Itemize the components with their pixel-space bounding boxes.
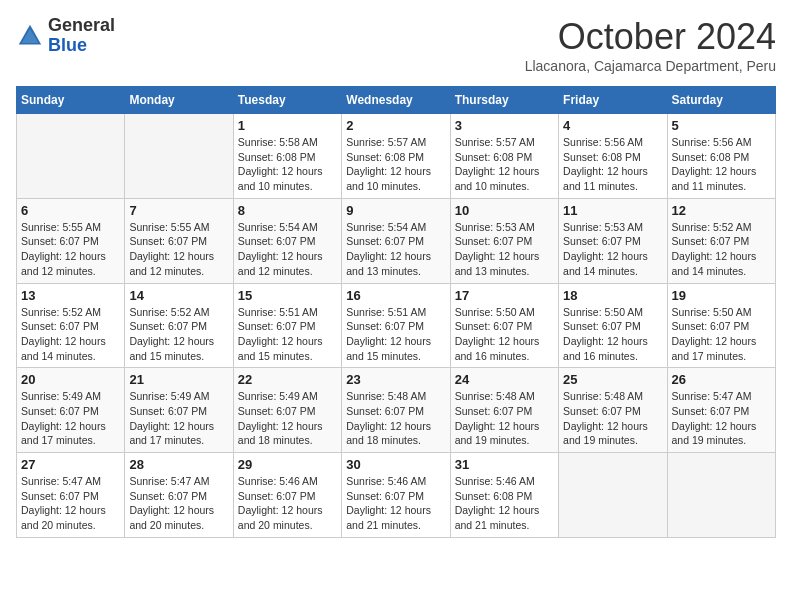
weekday-header-thursday: Thursday	[450, 87, 558, 114]
day-number: 7	[129, 203, 228, 218]
day-info: Sunrise: 5:46 AM Sunset: 6:08 PM Dayligh…	[455, 474, 554, 533]
weekday-header-monday: Monday	[125, 87, 233, 114]
day-number: 3	[455, 118, 554, 133]
day-number: 15	[238, 288, 337, 303]
day-number: 23	[346, 372, 445, 387]
day-number: 24	[455, 372, 554, 387]
day-number: 12	[672, 203, 771, 218]
day-info: Sunrise: 5:52 AM Sunset: 6:07 PM Dayligh…	[21, 305, 120, 364]
calendar-cell	[559, 453, 667, 538]
day-info: Sunrise: 5:56 AM Sunset: 6:08 PM Dayligh…	[672, 135, 771, 194]
day-info: Sunrise: 5:55 AM Sunset: 6:07 PM Dayligh…	[21, 220, 120, 279]
calendar-cell: 16Sunrise: 5:51 AM Sunset: 6:07 PM Dayli…	[342, 283, 450, 368]
calendar-cell: 9Sunrise: 5:54 AM Sunset: 6:07 PM Daylig…	[342, 198, 450, 283]
day-number: 10	[455, 203, 554, 218]
day-number: 26	[672, 372, 771, 387]
month-title: October 2024	[525, 16, 776, 58]
calendar-table: SundayMondayTuesdayWednesdayThursdayFrid…	[16, 86, 776, 538]
calendar-week-row: 20Sunrise: 5:49 AM Sunset: 6:07 PM Dayli…	[17, 368, 776, 453]
logo-blue-text: Blue	[48, 35, 87, 55]
calendar-cell: 29Sunrise: 5:46 AM Sunset: 6:07 PM Dayli…	[233, 453, 341, 538]
day-info: Sunrise: 5:54 AM Sunset: 6:07 PM Dayligh…	[238, 220, 337, 279]
calendar-cell: 14Sunrise: 5:52 AM Sunset: 6:07 PM Dayli…	[125, 283, 233, 368]
day-info: Sunrise: 5:50 AM Sunset: 6:07 PM Dayligh…	[563, 305, 662, 364]
calendar-cell: 26Sunrise: 5:47 AM Sunset: 6:07 PM Dayli…	[667, 368, 775, 453]
day-number: 13	[21, 288, 120, 303]
calendar-week-row: 13Sunrise: 5:52 AM Sunset: 6:07 PM Dayli…	[17, 283, 776, 368]
calendar-cell: 1Sunrise: 5:58 AM Sunset: 6:08 PM Daylig…	[233, 114, 341, 199]
day-number: 5	[672, 118, 771, 133]
weekday-header-tuesday: Tuesday	[233, 87, 341, 114]
day-info: Sunrise: 5:52 AM Sunset: 6:07 PM Dayligh…	[129, 305, 228, 364]
day-number: 17	[455, 288, 554, 303]
weekday-header-saturday: Saturday	[667, 87, 775, 114]
logo: General Blue	[16, 16, 115, 56]
day-info: Sunrise: 5:51 AM Sunset: 6:07 PM Dayligh…	[346, 305, 445, 364]
calendar-cell: 15Sunrise: 5:51 AM Sunset: 6:07 PM Dayli…	[233, 283, 341, 368]
day-info: Sunrise: 5:46 AM Sunset: 6:07 PM Dayligh…	[238, 474, 337, 533]
calendar-week-row: 1Sunrise: 5:58 AM Sunset: 6:08 PM Daylig…	[17, 114, 776, 199]
calendar-cell: 13Sunrise: 5:52 AM Sunset: 6:07 PM Dayli…	[17, 283, 125, 368]
calendar-cell	[667, 453, 775, 538]
calendar-cell: 31Sunrise: 5:46 AM Sunset: 6:08 PM Dayli…	[450, 453, 558, 538]
day-info: Sunrise: 5:56 AM Sunset: 6:08 PM Dayligh…	[563, 135, 662, 194]
day-info: Sunrise: 5:57 AM Sunset: 6:08 PM Dayligh…	[346, 135, 445, 194]
calendar-cell	[17, 114, 125, 199]
day-info: Sunrise: 5:58 AM Sunset: 6:08 PM Dayligh…	[238, 135, 337, 194]
calendar-week-row: 27Sunrise: 5:47 AM Sunset: 6:07 PM Dayli…	[17, 453, 776, 538]
calendar-cell: 4Sunrise: 5:56 AM Sunset: 6:08 PM Daylig…	[559, 114, 667, 199]
logo-general-text: General	[48, 15, 115, 35]
day-number: 21	[129, 372, 228, 387]
day-number: 27	[21, 457, 120, 472]
day-info: Sunrise: 5:49 AM Sunset: 6:07 PM Dayligh…	[238, 389, 337, 448]
calendar-cell: 22Sunrise: 5:49 AM Sunset: 6:07 PM Dayli…	[233, 368, 341, 453]
day-info: Sunrise: 5:49 AM Sunset: 6:07 PM Dayligh…	[129, 389, 228, 448]
day-info: Sunrise: 5:50 AM Sunset: 6:07 PM Dayligh…	[455, 305, 554, 364]
calendar-cell: 5Sunrise: 5:56 AM Sunset: 6:08 PM Daylig…	[667, 114, 775, 199]
day-info: Sunrise: 5:50 AM Sunset: 6:07 PM Dayligh…	[672, 305, 771, 364]
day-number: 29	[238, 457, 337, 472]
logo-icon	[16, 22, 44, 50]
calendar-cell: 10Sunrise: 5:53 AM Sunset: 6:07 PM Dayli…	[450, 198, 558, 283]
day-info: Sunrise: 5:47 AM Sunset: 6:07 PM Dayligh…	[672, 389, 771, 448]
day-info: Sunrise: 5:48 AM Sunset: 6:07 PM Dayligh…	[563, 389, 662, 448]
calendar-cell: 12Sunrise: 5:52 AM Sunset: 6:07 PM Dayli…	[667, 198, 775, 283]
calendar-cell: 18Sunrise: 5:50 AM Sunset: 6:07 PM Dayli…	[559, 283, 667, 368]
calendar-cell: 21Sunrise: 5:49 AM Sunset: 6:07 PM Dayli…	[125, 368, 233, 453]
calendar-header: SundayMondayTuesdayWednesdayThursdayFrid…	[17, 87, 776, 114]
weekday-header-wednesday: Wednesday	[342, 87, 450, 114]
day-number: 4	[563, 118, 662, 133]
calendar-cell: 24Sunrise: 5:48 AM Sunset: 6:07 PM Dayli…	[450, 368, 558, 453]
day-info: Sunrise: 5:57 AM Sunset: 6:08 PM Dayligh…	[455, 135, 554, 194]
day-info: Sunrise: 5:46 AM Sunset: 6:07 PM Dayligh…	[346, 474, 445, 533]
day-info: Sunrise: 5:54 AM Sunset: 6:07 PM Dayligh…	[346, 220, 445, 279]
calendar-cell: 20Sunrise: 5:49 AM Sunset: 6:07 PM Dayli…	[17, 368, 125, 453]
day-info: Sunrise: 5:48 AM Sunset: 6:07 PM Dayligh…	[455, 389, 554, 448]
calendar-cell	[125, 114, 233, 199]
weekday-header-friday: Friday	[559, 87, 667, 114]
day-number: 25	[563, 372, 662, 387]
day-number: 8	[238, 203, 337, 218]
day-number: 30	[346, 457, 445, 472]
day-info: Sunrise: 5:48 AM Sunset: 6:07 PM Dayligh…	[346, 389, 445, 448]
calendar-cell: 28Sunrise: 5:47 AM Sunset: 6:07 PM Dayli…	[125, 453, 233, 538]
calendar-cell: 19Sunrise: 5:50 AM Sunset: 6:07 PM Dayli…	[667, 283, 775, 368]
day-number: 20	[21, 372, 120, 387]
calendar-cell: 17Sunrise: 5:50 AM Sunset: 6:07 PM Dayli…	[450, 283, 558, 368]
calendar-cell: 25Sunrise: 5:48 AM Sunset: 6:07 PM Dayli…	[559, 368, 667, 453]
title-block: October 2024 Llacanora, Cajamarca Depart…	[525, 16, 776, 74]
day-info: Sunrise: 5:49 AM Sunset: 6:07 PM Dayligh…	[21, 389, 120, 448]
day-info: Sunrise: 5:47 AM Sunset: 6:07 PM Dayligh…	[21, 474, 120, 533]
day-number: 18	[563, 288, 662, 303]
day-number: 2	[346, 118, 445, 133]
calendar-cell: 23Sunrise: 5:48 AM Sunset: 6:07 PM Dayli…	[342, 368, 450, 453]
calendar-cell: 8Sunrise: 5:54 AM Sunset: 6:07 PM Daylig…	[233, 198, 341, 283]
calendar-cell: 6Sunrise: 5:55 AM Sunset: 6:07 PM Daylig…	[17, 198, 125, 283]
day-info: Sunrise: 5:47 AM Sunset: 6:07 PM Dayligh…	[129, 474, 228, 533]
day-number: 9	[346, 203, 445, 218]
day-info: Sunrise: 5:52 AM Sunset: 6:07 PM Dayligh…	[672, 220, 771, 279]
day-number: 11	[563, 203, 662, 218]
calendar-cell: 30Sunrise: 5:46 AM Sunset: 6:07 PM Dayli…	[342, 453, 450, 538]
day-number: 28	[129, 457, 228, 472]
weekday-header-sunday: Sunday	[17, 87, 125, 114]
